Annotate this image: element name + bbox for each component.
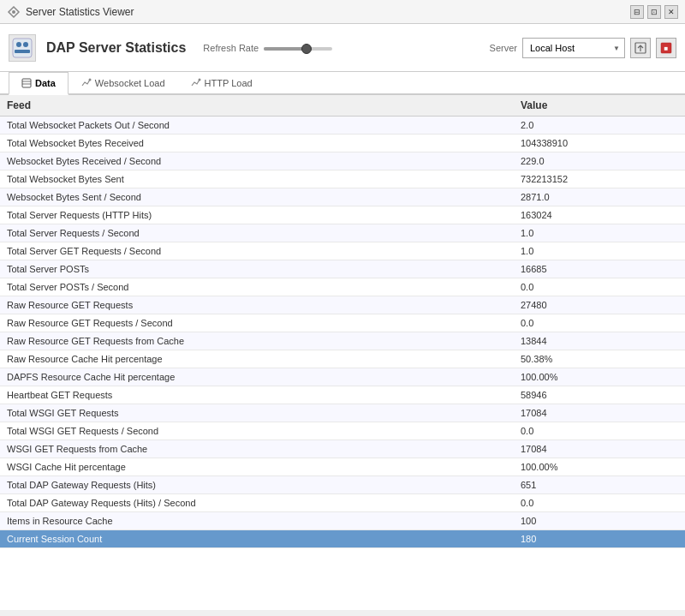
app-logo-icon [7,5,21,19]
statistics-table: Feed Value Total Websocket Packets Out /… [0,95,685,548]
table-row[interactable]: Websocket Bytes Received / Second229.0 [0,153,685,170]
feed-cell: Total Server POSTs [0,260,514,278]
table-row[interactable]: Total WSGI GET Requests / Second0.0 [0,422,685,440]
value-cell: 1.0 [514,224,685,242]
table-row[interactable]: Raw Resource GET Requests from Cache1384… [0,332,685,350]
svg-point-3 [16,42,21,47]
tab-websocket-label: Websocket Load [95,78,165,88]
table-row[interactable]: Items in Resource Cache100 [0,512,685,530]
minimize-button[interactable]: ⊟ [630,5,644,19]
tab-websocket-load[interactable]: Websocket Load [68,72,178,93]
tab-data[interactable]: Data [9,72,68,95]
table-row[interactable]: Total Websocket Packets Out / Second2.0 [0,117,685,135]
feed-cell: Heartbeat GET Requests [0,386,514,404]
value-cell: 104338910 [514,135,685,153]
svg-rect-2 [13,39,32,57]
refresh-rate-label: Refresh Rate [203,43,259,53]
value-cell: 180 [514,530,685,548]
header: DAP Server Statistics Refresh Rate Serve… [0,24,685,72]
feed-cell: Raw Resource GET Requests from Cache [0,332,514,350]
feed-cell: DAPFS Resource Cache Hit percentage [0,368,514,386]
server-dropdown[interactable]: Local Host Remote Server [522,38,625,58]
value-cell: 0.0 [514,422,685,440]
table-row[interactable]: Websocket Bytes Sent / Second2871.0 [0,188,685,206]
server-dropdown-wrapper: Local Host Remote Server [522,38,625,58]
stop-button[interactable]: ■ [656,38,676,58]
table-row[interactable]: Total Server POSTs16685 [0,260,685,278]
feed-cell: Websocket Bytes Sent / Second [0,188,514,206]
table-row[interactable]: Raw Resource Cache Hit percentage50.38% [0,350,685,368]
feed-cell: Total Websocket Bytes Received [0,135,514,153]
table-row[interactable]: Total Server Requests / Second1.0 [0,224,685,242]
table-row[interactable]: Total Websocket Bytes Received104338910 [0,135,685,153]
feed-cell: Total Websocket Bytes Sent [0,170,514,188]
data-tab-icon [21,78,32,88]
feed-cell: Raw Resource GET Requests [0,296,514,314]
feed-cell: Total WSGI GET Requests / Second [0,422,514,440]
server-section: Server Local Host Remote Server ■ [490,38,676,58]
websocket-tab-icon [81,78,92,88]
value-cell: 163024 [514,206,685,224]
feed-cell: Total Server Requests (HTTP Hits) [0,206,514,224]
feed-cell: Total Server Requests / Second [0,224,514,242]
table-row[interactable]: Total DAP Gateway Requests (Hits)651 [0,476,685,494]
feed-cell: WSGI Cache Hit percentage [0,458,514,476]
feed-cell: WSGI GET Requests from Cache [0,440,514,458]
dap-logo [9,34,36,62]
maximize-button[interactable]: ⊡ [647,5,661,19]
value-cell: 58946 [514,386,685,404]
stop-icon: ■ [660,42,672,54]
table-row[interactable]: Total WSGI GET Requests17084 [0,404,685,422]
value-cell: 50.38% [514,350,685,368]
refresh-rate-slider[interactable] [264,47,332,51]
svg-point-13 [198,79,200,81]
column-value-header: Value [514,95,685,117]
table-row[interactable]: WSGI Cache Hit percentage100.00% [0,458,685,476]
table-row[interactable]: Total DAP Gateway Requests (Hits) / Seco… [0,494,685,512]
server-label: Server [490,43,517,53]
svg-text:■: ■ [664,45,669,52]
table-row[interactable]: WSGI GET Requests from Cache17084 [0,440,685,458]
table-row[interactable]: DAPFS Resource Cache Hit percentage100.0… [0,368,685,386]
http-tab-icon [191,78,201,88]
feed-cell: Total WSGI GET Requests [0,404,514,422]
export-button[interactable] [630,38,651,58]
svg-rect-9 [22,79,31,87]
value-cell: 27480 [514,296,685,314]
table-row[interactable]: Total Websocket Bytes Sent732213152 [0,170,685,188]
table-row[interactable]: Raw Resource GET Requests27480 [0,296,685,314]
value-cell: 17084 [514,404,685,422]
window-title: Server Statistics Viewer [26,6,134,18]
tab-http-load[interactable]: HTTP Load [178,72,265,93]
page-title: DAP Server Statistics [46,40,186,56]
feed-cell: Total DAP Gateway Requests (Hits) [0,476,514,494]
value-cell: 229.0 [514,153,685,170]
feed-cell: Total Server POSTs / Second [0,278,514,296]
svg-rect-5 [15,50,30,53]
value-cell: 0.0 [514,494,685,512]
feed-cell: Total Server GET Requests / Second [0,242,514,260]
value-cell: 100.00% [514,458,685,476]
feed-cell: Raw Resource GET Requests / Second [0,314,514,332]
table-row[interactable]: Raw Resource GET Requests / Second0.0 [0,314,685,332]
close-button[interactable]: ✕ [664,5,678,19]
value-cell: 17084 [514,440,685,458]
value-cell: 0.0 [514,278,685,296]
column-feed-header: Feed [0,95,514,117]
value-cell: 651 [514,476,685,494]
value-cell: 100 [514,512,685,530]
table-row[interactable]: Heartbeat GET Requests58946 [0,386,685,404]
title-bar-left: Server Statistics Viewer [7,5,134,19]
table-row[interactable]: Total Server POSTs / Second0.0 [0,278,685,296]
value-cell: 2.0 [514,117,685,135]
data-table-container[interactable]: Feed Value Total Websocket Packets Out /… [0,95,685,610]
tab-http-label: HTTP Load [205,78,253,88]
feed-cell: Websocket Bytes Received / Second [0,153,514,170]
table-row[interactable]: Current Session Count180 [0,530,685,548]
value-cell: 1.0 [514,242,685,260]
refresh-rate-section: Refresh Rate [203,43,332,53]
table-row[interactable]: Total Server Requests (HTTP Hits)163024 [0,206,685,224]
table-row[interactable]: Total Server GET Requests / Second1.0 [0,242,685,260]
svg-point-12 [88,79,91,81]
slider-track [264,47,305,51]
